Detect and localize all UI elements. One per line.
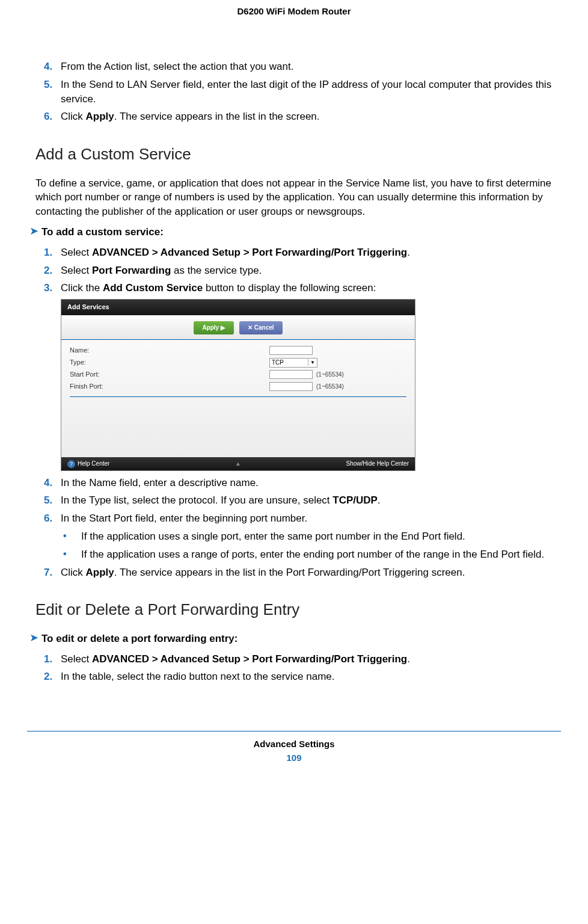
help-icon: ?	[67, 460, 75, 468]
step-text: Select ADVANCED > Advanced Setup > Port …	[61, 652, 561, 667]
text-post: button to display the following screen:	[203, 282, 376, 294]
heading-add-custom-service: Add a Custom Service	[35, 143, 561, 165]
step-1d: 1. Select ADVANCED > Advanced Setup > Po…	[44, 652, 561, 667]
text-pre: In the Type list, select the protocol. I…	[61, 494, 332, 506]
start-port-hint: (1~65534)	[316, 371, 344, 379]
step-1b: 1. Select ADVANCED > Advanced Setup > Po…	[44, 245, 561, 260]
dialog-title: Add Services	[61, 300, 415, 315]
procedure-title: To add a custom service:	[41, 225, 164, 239]
heading-edit-delete: Edit or Delete a Port Forwarding Entry	[35, 599, 561, 620]
text-pre: Click	[61, 111, 86, 122]
step-number: 6.	[44, 511, 61, 526]
bullet-text: If the application uses a single port, e…	[81, 529, 561, 544]
step-number: 5.	[44, 78, 61, 106]
step-text: In the Name field, enter a descriptive n…	[61, 476, 561, 490]
text-post: .	[407, 247, 410, 258]
finish-port-label: Finish Port:	[70, 382, 269, 391]
type-select[interactable]: TCP ▼	[269, 358, 317, 368]
name-input[interactable]	[269, 346, 313, 355]
procedure-heading-2: ➤ To edit or delete a port forwarding en…	[27, 632, 561, 646]
bullet-2: • If the application uses a range of por…	[63, 547, 561, 562]
bullet-1: • If the application uses a single port,…	[63, 529, 561, 544]
step-text: Click Apply. The service appears in the …	[61, 565, 561, 580]
step-number: 6.	[44, 109, 61, 124]
step-5a: 5. In the Send to LAN Server field, ente…	[44, 78, 561, 106]
text-bold: Port Forwarding	[92, 265, 171, 276]
text-post: as the service type.	[171, 265, 262, 276]
step-text: Select ADVANCED > Advanced Setup > Port …	[61, 245, 561, 260]
procedure-title: To edit or delete a port forwarding entr…	[41, 632, 238, 646]
footer-divider	[27, 731, 561, 732]
arrow-icon: ➤	[27, 632, 41, 645]
paragraph: To define a service, game, or applicatio…	[35, 176, 561, 219]
step-number: 1.	[44, 652, 61, 667]
bullet-text: If the application uses a range of ports…	[81, 547, 561, 562]
bullet-icon: •	[63, 529, 81, 544]
text-pre: Click	[61, 567, 86, 578]
text-pre: Select	[61, 653, 92, 665]
text-post: .	[407, 653, 410, 665]
finish-port-hint: (1~65534)	[316, 383, 344, 391]
step-2b: 2. Select Port Forwarding as the service…	[44, 263, 561, 278]
step-text: Click Apply. The service appears in the …	[61, 109, 561, 124]
footer-section-title: Advanced Settings	[0, 738, 588, 750]
procedure-heading: ➤ To add a custom service:	[27, 225, 561, 239]
finish-port-input[interactable]	[269, 382, 313, 391]
step-6a: 6. Click Apply. The service appears in t…	[44, 109, 561, 124]
step-text: In the Type list, select the protocol. I…	[61, 493, 561, 508]
text-bold: Add Custom Service	[103, 282, 203, 294]
step-2d: 2. In the table, select the radio button…	[44, 670, 561, 684]
text-bold: Apply	[86, 111, 114, 122]
divider	[70, 396, 406, 397]
text-bold: Apply	[86, 567, 114, 578]
text-bold: ADVANCED > Advanced Setup > Port Forward…	[92, 653, 407, 665]
step-number: 2.	[44, 263, 61, 278]
page-footer: Advanced Settings 109	[0, 727, 588, 764]
step-number: 5.	[44, 493, 61, 508]
step-text: From the Action list, select the action …	[61, 60, 561, 74]
button-bar: Apply ▶ ✕ Cancel	[61, 315, 415, 340]
step-5c: 5. In the Type list, select the protocol…	[44, 493, 561, 508]
text-bold: ADVANCED > Advanced Setup > Port Forward…	[92, 247, 407, 258]
step-text: Click the Add Custom Service button to d…	[61, 281, 561, 295]
step-number: 1.	[44, 245, 61, 260]
expand-up-icon[interactable]: ▲	[235, 460, 241, 468]
form-body: Name: Type: TCP ▼ Start Port: (1~65534) …	[61, 340, 415, 457]
type-label: Type:	[70, 358, 269, 367]
help-center-link[interactable]: ?Help Center	[67, 460, 109, 468]
chevron-down-icon: ▼	[308, 359, 315, 366]
doc-title: D6200 WiFi Modem Router	[0, 0, 588, 60]
step-number: 3.	[44, 281, 61, 295]
dialog-footer: ?Help Center ▲ Show/Hide Help Center	[61, 457, 415, 470]
name-label: Name:	[70, 346, 269, 355]
text-pre: Select	[61, 247, 92, 258]
page-number: 109	[0, 751, 588, 764]
text-post: . The service appears in the list in the…	[114, 111, 320, 122]
add-services-dialog: Add Services Apply ▶ ✕ Cancel Name: Type…	[61, 299, 415, 470]
step-number: 7.	[44, 565, 61, 580]
apply-button[interactable]: Apply ▶	[194, 321, 234, 334]
step-6c: 6. In the Start Port field, enter the be…	[44, 511, 561, 526]
step-7c: 7. Click Apply. The service appears in t…	[44, 565, 561, 580]
cancel-button[interactable]: ✕ Cancel	[239, 321, 283, 334]
start-port-input[interactable]	[269, 370, 313, 379]
text-pre: Click the	[61, 282, 103, 294]
step-number: 2.	[44, 670, 61, 684]
start-port-label: Start Port:	[70, 370, 269, 379]
step-text: In the Start Port field, enter the begin…	[61, 511, 561, 526]
text-pre: Select	[61, 265, 92, 276]
text-post: . The service appears in the list in the…	[114, 567, 465, 578]
type-value: TCP	[272, 359, 284, 367]
step-text: In the Send to LAN Server field, enter t…	[61, 78, 561, 106]
bullet-icon: •	[63, 547, 81, 562]
text-post: .	[378, 494, 381, 506]
step-text: Select Port Forwarding as the service ty…	[61, 263, 561, 278]
arrow-icon: ➤	[27, 225, 41, 238]
step-3b: 3. Click the Add Custom Service button t…	[44, 281, 561, 295]
help-center-label: Help Center	[78, 460, 109, 467]
step-4a: 4. From the Action list, select the acti…	[44, 60, 561, 74]
step-4c: 4. In the Name field, enter a descriptiv…	[44, 476, 561, 490]
step-number: 4.	[44, 476, 61, 490]
show-hide-help-link[interactable]: Show/Hide Help Center	[346, 460, 409, 468]
step-number: 4.	[44, 60, 61, 74]
